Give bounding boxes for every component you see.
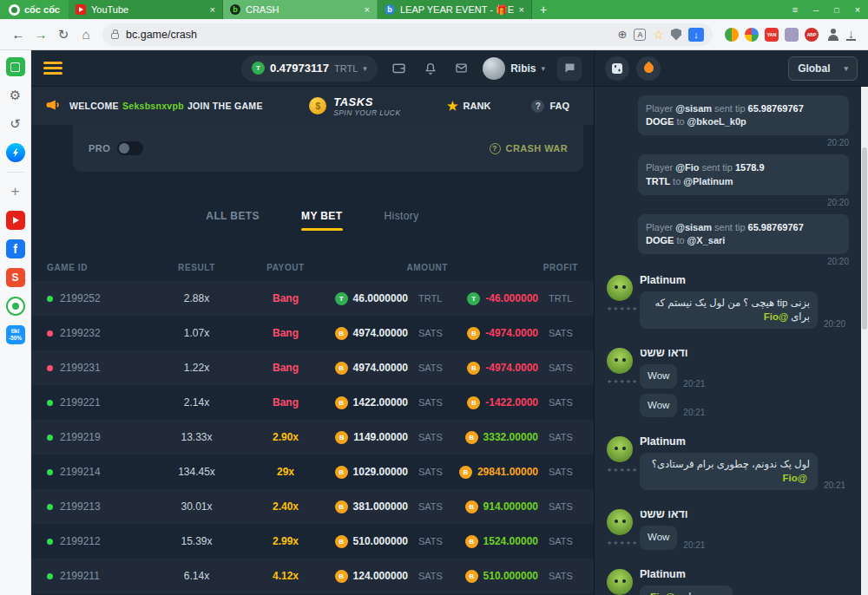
back-button[interactable] <box>7 23 30 46</box>
chat-username[interactable]: Platinum <box>640 568 849 580</box>
mention[interactable]: @Fio <box>650 592 674 595</box>
chevron-down-icon <box>541 64 545 73</box>
bell-icon[interactable] <box>419 57 442 80</box>
extension-icon-2[interactable] <box>745 28 759 42</box>
close-tab-icon[interactable] <box>210 4 215 15</box>
tiki-shortcut-icon[interactable]: tiki -50% <box>6 325 25 344</box>
mention[interactable]: @Fio <box>675 162 699 173</box>
close-tab-icon[interactable] <box>519 4 524 15</box>
pro-toggle[interactable] <box>117 141 143 155</box>
mention[interactable]: @Fio <box>783 473 807 483</box>
hamburger-menu-icon[interactable] <box>43 62 62 75</box>
reload-button[interactable] <box>52 23 75 46</box>
welcome-message: WELCOMESeksbsnxvpbJOIN THE GAME <box>69 101 263 111</box>
add-shortcut-icon[interactable] <box>6 182 25 201</box>
facebook-shortcut-icon[interactable] <box>6 239 25 258</box>
table-row[interactable]: 2199213 30.01x 2.40x 381.000000SATS 914.… <box>31 489 594 524</box>
close-tab-icon[interactable] <box>365 4 370 15</box>
shield-icon[interactable] <box>671 29 681 41</box>
tasks-link[interactable]: TASKS SPIN YOUR LUCK <box>309 95 400 117</box>
chat-toggle-button[interactable] <box>557 56 582 81</box>
home-button[interactable] <box>75 23 97 46</box>
youtube-shortcut-icon[interactable] <box>6 211 25 230</box>
table-row[interactable]: 2199211 6.14x 4.12x 124.000000SATS 510.0… <box>31 559 594 593</box>
extension-icon-4[interactable] <box>785 28 799 42</box>
avatar[interactable] <box>607 348 633 374</box>
table-row[interactable]: 2199231 1.22x Bang 4974.00000SATS -4974.… <box>31 350 594 385</box>
timestamp: 20:21 <box>683 408 705 417</box>
tab-leap-year-event[interactable]: LEAP YEAR EVENT - 🎁Event 🎁 <box>378 0 532 19</box>
table-row[interactable]: 2199221 2.14x Bang 1422.00000SATS -1422.… <box>31 385 594 420</box>
chat-message: Platinum مرسی بازم@Fio 20:21 <box>607 567 849 595</box>
tab-history[interactable]: History <box>385 210 419 231</box>
downloads-tray-icon[interactable] <box>846 29 856 41</box>
site-header: 0.47973117 TRTL Ribis <box>31 50 594 87</box>
tab-all-bets[interactable]: ALL BETS <box>206 210 260 231</box>
mention[interactable]: @Fio <box>764 311 788 322</box>
history-icon[interactable] <box>6 114 25 134</box>
mention[interactable]: @X_sari <box>687 235 726 245</box>
url-text[interactable]: bc.game/crash <box>126 29 611 41</box>
avatar[interactable] <box>607 436 633 462</box>
tab-my-bet[interactable]: MY BET <box>301 210 343 231</box>
minimize-button[interactable] <box>806 0 826 19</box>
extension-icon-yan[interactable]: YAN <box>765 28 779 42</box>
tab-crash[interactable]: CRASH <box>223 0 378 19</box>
profile-icon[interactable] <box>825 27 841 42</box>
close-button[interactable] <box>847 0 868 19</box>
zoom-icon[interactable] <box>618 28 628 41</box>
crash-war-link[interactable]: CRASH WAR <box>490 143 568 154</box>
browser-sidebar: tiki -50% <box>0 50 31 595</box>
maximize-button[interactable] <box>826 0 847 20</box>
username: Ribis <box>510 62 536 75</box>
gear-icon[interactable] <box>6 86 25 105</box>
address-bar[interactable]: bc.game/crash <box>102 23 713 46</box>
window-menu-icon[interactable] <box>785 0 806 19</box>
scrollbar-thumb[interactable] <box>862 147 867 330</box>
speed-dial-icon[interactable] <box>6 57 25 76</box>
sats-coin-icon <box>467 327 480 340</box>
chat-message: Platinum بزنی tip هیچی ؟ من لول یک نیستم… <box>607 273 849 334</box>
mention[interactable]: @sisam <box>675 222 712 232</box>
faq-link[interactable]: FAQ <box>531 100 569 113</box>
table-row[interactable]: 2199232 1.07x Bang 4974.00000SATS -4974.… <box>31 316 594 350</box>
scrollbar[interactable] <box>861 87 868 595</box>
adblock-icon[interactable]: ABP <box>805 28 819 42</box>
bookmark-star-icon[interactable] <box>653 28 664 42</box>
coccoc-brand[interactable]: cốc cốc <box>0 0 69 19</box>
chat-username[interactable]: ודאו ששט <box>640 508 849 520</box>
coccoc-shortcut-icon[interactable] <box>6 297 25 316</box>
status-dot <box>47 365 53 371</box>
extension-icon-1[interactable] <box>725 28 739 42</box>
mention[interactable]: @sisam <box>675 103 712 114</box>
chat-username[interactable]: ודאו ששט <box>640 347 849 359</box>
forward-button[interactable] <box>30 23 52 46</box>
table-row[interactable]: 2199252 2.88x Bang 46.0000000TRTL -46.00… <box>31 281 594 316</box>
wallet-icon[interactable] <box>388 57 411 80</box>
table-row[interactable]: 2199219 13.33x 2.90x 1149.00000SATS 3332… <box>31 420 594 454</box>
avatar[interactable] <box>607 509 633 535</box>
star-rating <box>607 305 638 312</box>
chat-room-selector[interactable]: Global <box>788 56 858 81</box>
tab-youtube[interactable]: YouTube <box>69 0 223 19</box>
dice-icon[interactable] <box>605 56 629 81</box>
rank-link[interactable]: RANK <box>447 99 490 113</box>
chat-username[interactable]: Platinum <box>640 274 849 286</box>
user-profile[interactable]: Ribis <box>483 57 545 80</box>
avatar[interactable] <box>607 275 633 301</box>
mention[interactable]: @Platinum <box>683 176 733 186</box>
shopee-shortcut-icon[interactable] <box>6 268 25 287</box>
balance-selector[interactable]: 0.47973117 TRTL <box>241 56 378 82</box>
messenger-icon[interactable] <box>6 143 25 162</box>
chat-username[interactable]: Platinum <box>640 435 849 448</box>
flame-icon[interactable] <box>636 56 661 81</box>
sats-coin-icon <box>335 431 348 444</box>
mention[interactable]: @bkoeL_k0p <box>687 116 746 127</box>
table-row[interactable]: 2199214 134.45x 29x 1029.00000SATS 29841… <box>31 454 594 489</box>
translate-icon[interactable] <box>634 29 646 41</box>
mail-icon[interactable] <box>450 57 473 80</box>
table-row[interactable]: 2199212 15.39x 2.99x 510.000000SATS 1524… <box>31 524 594 559</box>
downloader-icon[interactable] <box>688 28 704 42</box>
avatar[interactable] <box>607 569 633 595</box>
new-tab-button[interactable] <box>532 0 555 19</box>
